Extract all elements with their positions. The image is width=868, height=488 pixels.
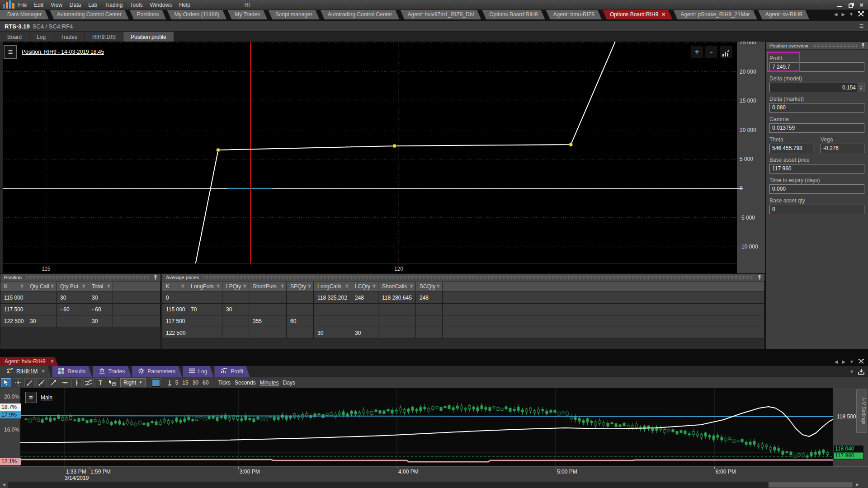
filter-icon[interactable]: [20, 285, 24, 288]
unit-minutes[interactable]: Minutes: [260, 380, 279, 386]
histogram-button[interactable]: [720, 46, 732, 58]
menu-item-data[interactable]: Data: [70, 2, 81, 8]
position-legend[interactable]: ≡ Position: RIH9 - 14-03-2019 18:45: [4, 45, 104, 59]
main-tab-6[interactable]: Autotrading Control Center: [321, 10, 400, 19]
filter-icon[interactable]: [280, 285, 284, 288]
scroll-left-icon[interactable]: ◀: [0, 482, 8, 488]
filter-icon[interactable]: [307, 285, 311, 288]
tool-text-button[interactable]: T: [95, 378, 105, 387]
column-header-longcalls[interactable]: LongCalls: [314, 282, 351, 292]
interval-15[interactable]: 15: [182, 380, 188, 386]
menu-item-tools[interactable]: Tools: [130, 2, 142, 8]
scrollbar-thumb[interactable]: [769, 482, 853, 488]
tool-vline-button[interactable]: [71, 378, 82, 387]
color-swatch[interactable]: [151, 379, 160, 387]
agent-dropdown-icon[interactable]: ▼: [849, 359, 854, 364]
menu-item-windows[interactable]: Windows: [150, 2, 172, 8]
minimize-icon[interactable]: [837, 3, 842, 7]
sub-tab-rih9-10s[interactable]: RIH9:10S: [85, 32, 123, 42]
tool-hline-button[interactable]: [60, 378, 70, 387]
main-tab-12[interactable]: Agent: sv-RIH9: [758, 10, 809, 19]
table-panel-header[interactable]: Position: [0, 274, 160, 282]
main-tab-7[interactable]: Agent: hviv97m1_RIZ8_Dbl: [400, 10, 481, 19]
filter-icon[interactable]: [436, 285, 440, 288]
tool-channel-button[interactable]: [83, 378, 94, 387]
column-header-lpqty[interactable]: LPQty: [222, 282, 249, 292]
position-legend-label[interactable]: Position: RIH9 - 14-03-2019 18:45: [22, 49, 104, 55]
close-icon[interactable]: ×: [859, 2, 863, 7]
position-overview-header[interactable]: Position overview: [766, 42, 868, 50]
table-row[interactable]: 117 50035560: [162, 315, 764, 327]
field-base-asset-price[interactable]: 117 960: [769, 164, 864, 174]
field-time-to-expiry-days-[interactable]: 0.000: [769, 184, 864, 194]
filter-icon[interactable]: [243, 285, 247, 288]
column-header-longputs[interactable]: LongPuts: [187, 282, 222, 292]
sub-tab-trades[interactable]: Trades: [53, 32, 85, 42]
horizontal-scrollbar[interactable]: ◀ ▶: [0, 482, 868, 488]
pin-icon[interactable]: [153, 275, 158, 280]
column-header-qty-put[interactable]: Qty Put: [57, 282, 88, 292]
zoom-in-button[interactable]: +: [691, 46, 703, 58]
side-dropdown[interactable]: Right▼: [120, 378, 146, 387]
field-theta[interactable]: 546 455.798: [769, 144, 813, 153]
save-icon[interactable]: [858, 369, 864, 375]
tab-close-icon[interactable]: ×: [42, 368, 45, 375]
agent-view-tab-parameters[interactable]: Parameters: [132, 366, 182, 377]
field-base-asset-qty[interactable]: 0: [769, 205, 864, 214]
main-tab-10[interactable]: Options Board:RIH9×: [603, 10, 672, 19]
menu-item-lab[interactable]: Lab: [88, 2, 97, 8]
unit-days[interactable]: Days: [283, 380, 295, 386]
unit-seconds[interactable]: Seconds: [235, 380, 256, 386]
agent-view-tab-results[interactable]: Results: [52, 366, 92, 377]
filter-icon[interactable]: [181, 285, 185, 288]
main-series-legend[interactable]: ≡ Main: [25, 392, 52, 403]
main-tab-4[interactable]: My Trades: [227, 10, 267, 19]
main-legend-label[interactable]: Main: [41, 394, 52, 401]
agent-view-tab-trades[interactable]: Trades: [93, 366, 131, 377]
field-gamma[interactable]: 0.013759: [769, 123, 864, 133]
column-header-spqty[interactable]: SPQty: [287, 282, 314, 292]
pin-icon[interactable]: [861, 43, 865, 48]
filter-icon[interactable]: [216, 285, 220, 288]
interval-30[interactable]: 30: [193, 380, 198, 386]
table-row[interactable]: 117 500- 60- 60: [0, 304, 160, 315]
menu-item-view[interactable]: View: [51, 2, 62, 8]
tool-erase-button[interactable]: [107, 378, 117, 387]
agent-view-tab-log[interactable]: Log: [183, 366, 213, 377]
column-header-k[interactable]: K: [0, 282, 26, 292]
legend-menu-icon[interactable]: ≡: [4, 45, 17, 59]
restore-icon[interactable]: [849, 4, 853, 8]
filter-icon[interactable]: [82, 285, 86, 288]
menu-item-edit[interactable]: Edit: [34, 2, 43, 8]
menu-item-trading[interactable]: Trading: [104, 2, 123, 8]
filter-icon[interactable]: [107, 285, 111, 288]
spinner-icon[interactable]: ▲▼: [858, 83, 864, 92]
interval-1[interactable]: 1: [168, 380, 171, 386]
column-header-scqty[interactable]: SCQty: [416, 282, 443, 292]
column-header-shortputs[interactable]: ShortPuts: [249, 282, 287, 292]
field-delta-model-[interactable]: 0.154▲▼: [769, 83, 864, 92]
table-row[interactable]: 115 0003030: [0, 292, 160, 304]
scroll-right-icon[interactable]: ▶: [854, 482, 861, 488]
filter-icon[interactable]: [410, 285, 414, 288]
table-row[interactable]: 0118 325.202248118 280.645248: [162, 292, 764, 304]
filter-icon[interactable]: [50, 285, 54, 288]
tab-dropdown-icon[interactable]: ▼: [849, 12, 854, 17]
prev-tab-icon[interactable]: ◀: [834, 12, 838, 17]
menu-item-file[interactable]: File: [18, 2, 27, 8]
main-tab-2[interactable]: Positions: [130, 10, 166, 19]
column-header-total[interactable]: Total: [88, 282, 113, 292]
position-profile-chart[interactable]: 25 00020 00015 00010 0005 0000-5 000-10 …: [0, 42, 765, 273]
sub-tab-log[interactable]: Log: [29, 32, 53, 42]
filter-icon[interactable]: [345, 285, 349, 288]
main-tab-9[interactable]: Agent: hmu-RIZ8: [546, 10, 602, 19]
column-header-lcqty[interactable]: LCQty: [351, 282, 378, 292]
panel-menu-icon[interactable]: ≡: [859, 22, 863, 30]
agent-view-tab-profit[interactable]: Profit: [214, 366, 250, 377]
unit-ticks[interactable]: Ticks: [218, 380, 231, 386]
table-panel-header[interactable]: Average prices: [162, 274, 764, 282]
field-vega[interactable]: -0.276: [821, 144, 864, 153]
table-row[interactable]: 122 5003030: [162, 327, 764, 339]
column-header-shortcalls[interactable]: ShortCalls: [378, 282, 416, 292]
column-header-k[interactable]: K: [162, 282, 187, 292]
